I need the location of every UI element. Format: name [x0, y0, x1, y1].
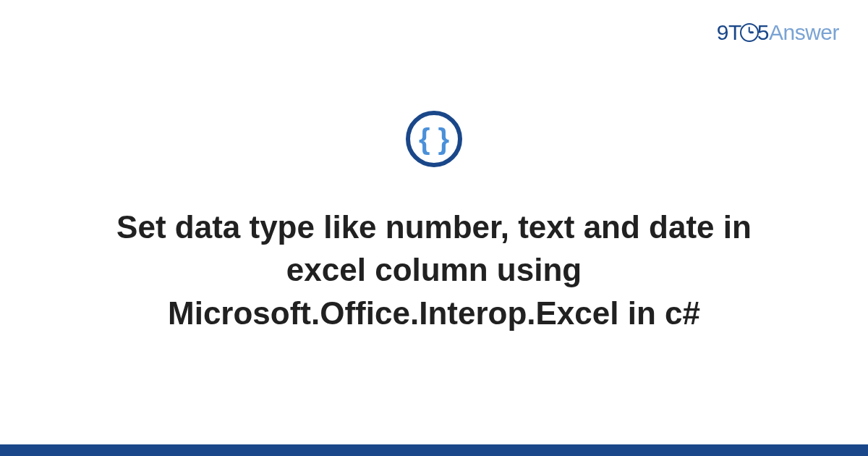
main-content: { } Set data type like number, text and … [0, 0, 868, 444]
svg-text:{ }: { } [419, 123, 449, 155]
code-braces-icon: { } [405, 110, 463, 168]
category-icon-wrapper: { } [405, 110, 463, 171]
bottom-accent-bar [0, 444, 868, 456]
question-title: Set data type like number, text and date… [72, 206, 796, 334]
